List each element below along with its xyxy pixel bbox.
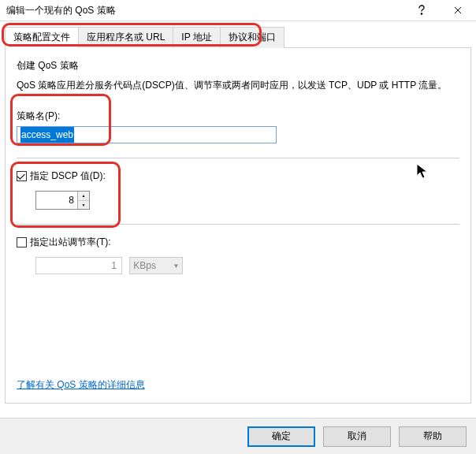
tab-label: 策略配置文件 [13,32,70,43]
button-label: 确定 [272,430,291,443]
dscp-checkbox[interactable] [17,171,27,181]
tab-panel: 创建 QoS 策略 QoS 策略应用差分服务代码点(DSCP)值、调节率或两者同… [5,47,471,404]
ok-button[interactable]: 确定 [247,426,315,447]
tab-app-or-url[interactable]: 应用程序名或 URL [78,27,173,48]
throttle-row: 指定出站调节率(T): [17,236,459,249]
policy-name-value: access_web [20,127,74,143]
dscp-value-input[interactable] [36,192,77,209]
button-bar: 确定 取消 帮助 [0,418,476,454]
throttle-checkbox[interactable] [17,237,27,247]
title-bar: 编辑一个现有的 QoS 策略 [0,0,476,21]
throttle-controls: 1 KBps ▼ [17,257,459,274]
tab-label: IP 地址 [181,32,211,43]
throttle-unit-value: KBps [133,260,156,271]
dscp-row: 指定 DSCP 值(D): [17,169,459,183]
button-label: 取消 [348,430,366,443]
cancel-button[interactable]: 取消 [323,426,391,447]
close-titlebar-button[interactable] [440,0,476,20]
help-titlebar-button[interactable] [403,0,440,20]
throttle-label: 指定出站调节率(T): [30,236,111,249]
dscp-label: 指定 DSCP 值(D): [30,169,106,183]
panel-description: QoS 策略应用差分服务代码点(DSCP)值、调节率或两者同时应用，以发送 TC… [17,79,459,92]
tab-label: 协议和端口 [229,32,276,43]
panel-heading: 创建 QoS 策略 [17,59,459,73]
tab-ip-address[interactable]: IP 地址 [173,27,220,48]
dscp-spinner[interactable]: ▲ ▼ [35,191,90,210]
policy-name-label: 策略名(P): [17,110,459,123]
spinner-up-button[interactable]: ▲ [78,192,89,201]
tab-strip: 策略配置文件 应用程序名或 URL IP 地址 协议和端口 [5,26,471,47]
help-button[interactable]: 帮助 [399,426,467,447]
window-title: 编辑一个现有的 QoS 策略 [6,4,403,17]
spinner-buttons: ▲ ▼ [77,192,89,209]
divider [17,158,459,158]
tab-label: 应用程序名或 URL [87,32,165,43]
divider [17,224,459,225]
svg-point-0 [421,13,422,15]
button-label: 帮助 [423,430,442,443]
tabs-container: 策略配置文件 应用程序名或 URL IP 地址 协议和端口 创建 QoS 策略 … [5,26,471,404]
spinner-down-button[interactable]: ▼ [78,201,89,210]
tab-protocol-port[interactable]: 协议和端口 [220,27,284,48]
throttle-value-input: 1 [35,257,122,274]
policy-name-input[interactable]: access_web [17,126,277,143]
chevron-down-icon: ▼ [173,262,179,270]
throttle-unit-select: KBps ▼ [129,257,183,274]
tab-policy-profile[interactable]: 策略配置文件 [5,27,79,48]
info-link[interactable]: 了解有关 QoS 策略的详细信息 [17,378,145,392]
